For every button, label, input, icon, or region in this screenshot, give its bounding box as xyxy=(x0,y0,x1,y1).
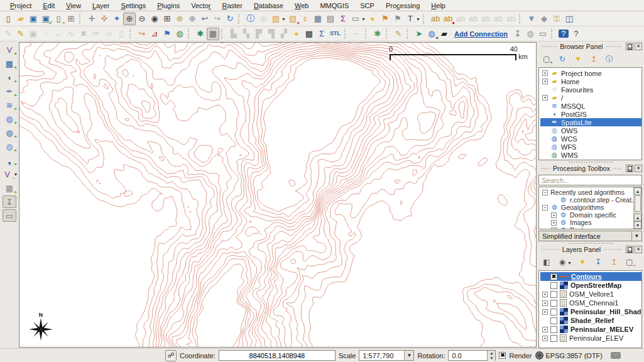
browser-item-postgis[interactable]: ◖PostGIS xyxy=(540,110,641,118)
layer-row-contours[interactable]: ✖Contours xyxy=(540,272,641,281)
browser-item-wcs[interactable]: ◍WCS xyxy=(540,134,641,143)
menu-database[interactable]: Database xyxy=(249,1,288,10)
layer-row-osm-chennai1[interactable]: +OSM_Chennai1 xyxy=(540,299,641,307)
collapse-all-browser-button[interactable]: ↥ xyxy=(588,53,599,65)
layer-row-shade-relief[interactable]: Shade_Relief xyxy=(540,316,641,325)
password-tool-button[interactable]: ▭ xyxy=(537,28,549,40)
zoom-full-button[interactable]: ⊞ xyxy=(161,13,173,25)
measure-line-button[interactable]: ▭▼ xyxy=(349,13,362,25)
identify-features-button[interactable]: ⓘ xyxy=(244,13,257,25)
map-tips-button[interactable]: ● xyxy=(366,13,379,25)
add-spatialite-layer-button[interactable]: ✒+ xyxy=(3,85,16,97)
processing-item-recently-used-algorithms[interactable]: −Recently used algorithms xyxy=(540,189,641,196)
coordinate-input[interactable] xyxy=(219,350,336,361)
processing-item-geoalgorithms[interactable]: −⚙Geoalgorithms xyxy=(540,204,641,211)
processing-search-input[interactable] xyxy=(538,175,642,185)
layer-visibility-checkbox[interactable] xyxy=(550,326,557,333)
layer-labeling-button[interactable]: ab xyxy=(429,13,442,25)
select-star-tool-button[interactable]: ➤ xyxy=(413,28,425,40)
select-by-expression-button[interactable]: ε xyxy=(299,13,312,25)
processing-item-r-contour-step-creat-[interactable]: ⚙r.contour.step - Creat... xyxy=(540,196,641,204)
processing-wrench-button[interactable]: ✱ xyxy=(194,28,207,40)
scale-combo[interactable]: 1:577,790 ▼ xyxy=(359,350,414,361)
collapse-icon[interactable]: − xyxy=(542,190,548,195)
menu-edit[interactable]: Edit xyxy=(38,1,60,10)
layer-visibility-checkbox[interactable] xyxy=(550,282,557,289)
web-service-tool-button[interactable]: ▼ xyxy=(525,13,538,25)
menu-web[interactable]: Web xyxy=(290,1,314,10)
open-attribute-table-button[interactable]: ▦ xyxy=(312,13,324,25)
browser-item--[interactable]: +▰/ xyxy=(540,94,641,102)
expand-all-layers-button[interactable]: ↧ xyxy=(592,256,604,268)
browser-panel-float-button[interactable] xyxy=(626,43,633,50)
menu-layer[interactable]: Layer xyxy=(87,1,115,10)
dark-raster-tool-button[interactable]: ▩ xyxy=(303,28,315,40)
processing-item-raster[interactable]: +⚙Raster xyxy=(540,226,641,229)
filter-legend-button[interactable]: ▼ xyxy=(577,256,588,268)
add-selected-layers-button[interactable]: ▢+ xyxy=(541,53,552,65)
spin-down-icon[interactable]: ▼ xyxy=(488,356,495,361)
browser-item-ows[interactable]: ◍OWS xyxy=(540,126,641,134)
zoom-next-button[interactable]: ↪ xyxy=(211,13,224,25)
new-bookmark-button[interactable]: ⚑ xyxy=(379,13,391,25)
text-annotation-button[interactable]: T▼ xyxy=(404,13,417,25)
browser-item-spatialite[interactable]: ✒SpatiaLite xyxy=(540,118,641,126)
new-project-button[interactable]: ▯ xyxy=(2,13,14,25)
processing-item-domain-specific[interactable]: +⚙Domain specific xyxy=(540,211,641,219)
map-canvas-area[interactable]: 0 40 km N xyxy=(19,42,537,348)
browser-item-home[interactable]: +▰Home xyxy=(540,77,641,85)
expand-icon[interactable]: + xyxy=(542,309,548,315)
cad-tools-button[interactable]: ⊿ xyxy=(148,28,161,40)
expand-icon[interactable]: + xyxy=(542,336,548,341)
remove-layer-button[interactable]: ▢− xyxy=(624,256,635,268)
manage-map-themes-button[interactable]: ◉▼ xyxy=(557,256,568,268)
menu-raster[interactable]: Raster xyxy=(217,1,247,10)
expand-icon[interactable]: + xyxy=(542,79,548,84)
save-project-as-button[interactable]: ▣✓ xyxy=(40,13,52,25)
menu-processing[interactable]: Processing xyxy=(381,1,425,10)
rotation-spinner[interactable]: 0.0 ▲▼ xyxy=(448,350,496,361)
new-composer-button[interactable]: ▯+ xyxy=(52,13,65,25)
deselect-features-button[interactable]: ▧× xyxy=(287,13,299,25)
add-wcs-layer-button[interactable]: ◍+ xyxy=(3,126,16,139)
processing-item-images[interactable]: +⚙Images xyxy=(540,219,641,226)
pan-map-button[interactable]: ✜ xyxy=(98,13,111,25)
processing-scrollbar[interactable]: ▲▲▼ xyxy=(633,187,641,229)
refresh-browser-button[interactable]: ↻ xyxy=(557,53,568,65)
expand-icon[interactable]: + xyxy=(542,300,548,306)
render-checkbox[interactable]: ✖ xyxy=(499,352,506,359)
touch-zoom-pan-button[interactable]: ✛ xyxy=(85,13,98,25)
zoom-last-button[interactable]: ↩ xyxy=(199,13,211,25)
osm-download-tool-button[interactable]: ↧ xyxy=(3,195,16,208)
browser-item-favourites[interactable]: ☆Favourites xyxy=(540,85,641,94)
pan-to-selection-button[interactable]: ✦ xyxy=(111,13,123,25)
layer-visibility-checkbox[interactable] xyxy=(550,317,557,324)
offset-point-symbols-button[interactable]: ↪ xyxy=(136,28,148,40)
crs-status-button[interactable]: EPSG:3857 (OTF) xyxy=(535,351,603,359)
layer-visibility-checkbox[interactable] xyxy=(550,300,557,307)
zoom-to-selection-button[interactable]: ⊕ xyxy=(173,13,186,25)
add-connection-link[interactable]: Add Connection xyxy=(450,30,511,38)
show-bookmarks-button[interactable]: ⚑ xyxy=(391,13,404,25)
layers-panel-float-button[interactable] xyxy=(626,246,633,253)
select-features-button[interactable]: ▧▼ xyxy=(270,13,282,25)
expand-icon[interactable]: + xyxy=(542,95,548,101)
style-copy-tool-button[interactable]: ▦● xyxy=(3,182,16,194)
zoom-to-layer-button[interactable]: ⊕ xyxy=(186,13,199,25)
browser-item-project-home[interactable]: +▰Project home xyxy=(540,69,641,77)
auth-key-tool-button[interactable]: ⚿ xyxy=(550,13,563,25)
layer-row-openstreetmap[interactable]: OpenStreetMap xyxy=(540,281,641,290)
processing-panel-close-button[interactable]: ✕ xyxy=(635,165,642,172)
menu-vector[interactable]: Vector xyxy=(186,1,216,10)
style-drop-tool-button[interactable]: ◆ xyxy=(538,13,550,25)
interface-mode-select[interactable]: Simplified interface ▼ xyxy=(538,231,642,241)
properties-widget-button[interactable]: ⓘ xyxy=(604,53,615,65)
layers-panel-close-button[interactable]: ✕ xyxy=(635,246,642,253)
zoom-native-button[interactable]: ◉ xyxy=(148,13,161,25)
toggle-editing-button[interactable]: ✎ xyxy=(14,28,27,40)
menu-settings[interactable]: Settings xyxy=(116,1,151,10)
menu-plugins[interactable]: Plugins xyxy=(152,1,185,10)
layer-visibility-checkbox[interactable] xyxy=(550,335,557,342)
layer-row-peninsular-hill-shade[interactable]: +Peninsular_Hill_Shade xyxy=(540,307,641,316)
gray-globe-tool-button[interactable]: ◍ xyxy=(524,28,537,40)
